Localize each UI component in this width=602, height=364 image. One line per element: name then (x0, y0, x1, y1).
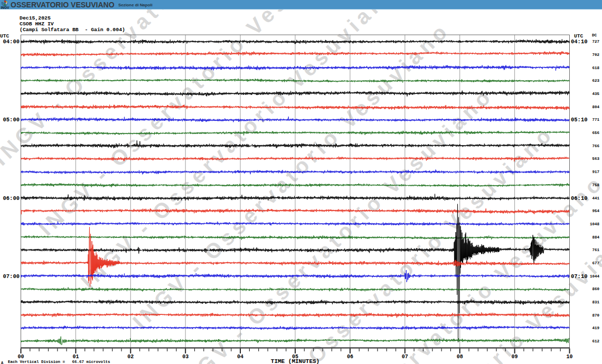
svg-text:00: 00 (17, 354, 24, 360)
svg-text:06: 06 (347, 354, 353, 360)
svg-text:04:00: 04:00 (3, 39, 20, 45)
svg-text:INGV: INGV (1, 6, 10, 9)
svg-text:870: 870 (592, 313, 599, 318)
svg-text:UTC: UTC (0, 33, 9, 39)
svg-text:831: 831 (592, 300, 599, 304)
svg-text:860: 860 (592, 287, 599, 291)
svg-text:05:10: 05:10 (571, 117, 588, 123)
svg-text:CSOB HHZ IV: CSOB HHZ IV (20, 21, 54, 27)
svg-text:06:00: 06:00 (3, 195, 20, 202)
svg-text:727: 727 (592, 40, 599, 44)
svg-text:1044: 1044 (590, 274, 600, 279)
svg-text:677: 677 (592, 261, 599, 265)
svg-text:04: 04 (237, 354, 243, 360)
svg-text:09: 09 (512, 354, 518, 360)
svg-text:771: 771 (592, 118, 599, 122)
svg-text:07:10: 07:10 (571, 273, 588, 280)
svg-text:01: 01 (72, 354, 79, 360)
svg-text:656: 656 (592, 131, 599, 135)
svg-text:804: 804 (592, 105, 599, 109)
svg-text:758: 758 (592, 183, 599, 187)
svg-text:07:00: 07:00 (3, 273, 20, 280)
svg-text:761: 761 (592, 248, 599, 252)
svg-text:563: 563 (592, 157, 599, 161)
svg-text:TIME (MINUTES): TIME (MINUTES) (271, 358, 319, 364)
svg-text:UTC: UTC (574, 33, 583, 39)
svg-text:884: 884 (592, 235, 599, 240)
svg-text:702: 702 (592, 53, 599, 57)
svg-text:(Campi Solfatara BB - Gain 0.: (Campi Solfatara BB - Gain 0.004) (20, 27, 125, 33)
svg-text:917: 917 (592, 170, 599, 174)
svg-text:05:00: 05:00 (3, 117, 20, 123)
svg-text:Dec15,2025: Dec15,2025 (20, 15, 51, 21)
svg-text:04:10: 04:10 (571, 39, 588, 45)
svg-text:Each Vertical Division = 66.: Each Vertical Division = 66.67 microvolt… (8, 360, 110, 364)
svg-text:766: 766 (592, 144, 599, 148)
svg-text:06:10: 06:10 (571, 195, 588, 202)
svg-text:07: 07 (402, 354, 408, 360)
svg-text:08: 08 (457, 354, 463, 360)
svg-text:419: 419 (592, 326, 599, 330)
svg-text:612: 612 (592, 339, 599, 343)
svg-text:435: 435 (592, 92, 599, 96)
svg-text:1048: 1048 (590, 222, 600, 226)
svg-text:623: 623 (592, 79, 599, 83)
svg-text:954: 954 (592, 209, 599, 213)
svg-text:03: 03 (182, 354, 189, 360)
svg-text:10: 10 (566, 354, 572, 360)
svg-text:02: 02 (127, 354, 134, 360)
svg-text:618: 618 (592, 66, 599, 70)
svg-text:A: A (1, 361, 4, 364)
svg-text:DC: DC (592, 33, 597, 37)
svg-text:441: 441 (592, 196, 599, 200)
